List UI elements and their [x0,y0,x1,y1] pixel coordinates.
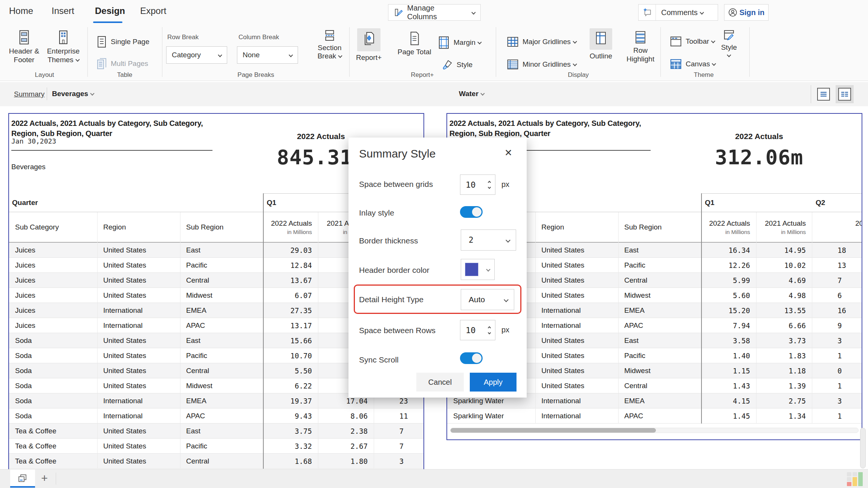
section-break-button[interactable]: Section Break [313,29,346,60]
enterprise-themes-label: Enterprise Themes [43,47,84,64]
header-border-color-picker[interactable] [461,259,495,280]
cell-q1-2021: 17.04 [318,397,374,405]
cell-sub-region: Midwest [618,291,701,300]
minor-gridlines-icon [507,58,519,70]
cell-sub-region: Midwest [180,382,263,390]
stepper-up-icon[interactable] [488,326,491,329]
cell-q1-2021: 1.83 [756,352,812,360]
manage-columns-button[interactable]: Manage Columns [388,4,481,21]
header-footer-button[interactable]: Header & Footer [5,30,43,64]
split-view-button[interactable] [836,85,854,103]
tab-water[interactable]: Water [459,90,484,98]
theme-canvas-button[interactable]: Canvas [670,58,715,70]
detail-height-type-select[interactable]: Auto [461,289,514,310]
multi-pages-button[interactable]: Multi Pages [96,58,148,70]
tab-beverages[interactable]: Beverages [52,90,94,98]
stepper-down-icon[interactable] [488,331,491,334]
cell-q2-2022: 9 [812,321,862,330]
menu-insert[interactable]: Insert [52,6,74,16]
theme-toolbar-button[interactable]: Toolbar [670,36,715,47]
menu-export[interactable]: Export [140,6,166,16]
report-plus-icon [362,31,375,46]
sync-scroll-toggle[interactable] [460,352,483,364]
ribbon-toolbar: Layout Table Page Breaks Report+ Display… [0,24,868,81]
cell-q1-2022: 9.43 [263,412,318,420]
enterprise-themes-button[interactable]: Enterprise Themes [43,30,84,64]
toggle-knob [472,353,481,363]
report-plus-button[interactable]: Report+ [353,28,384,62]
major-gridlines-label: Major Gridlines [523,38,576,46]
cell-q1-2021: 1.34 [756,412,812,420]
single-page-label: Single Page [111,38,149,46]
cell-q1-2022: 1.68 [263,457,318,465]
apply-button[interactable]: Apply [470,373,517,392]
column-separator [756,212,756,424]
chevron-down-icon [90,91,94,95]
row-break-select[interactable]: Category [166,46,227,64]
cell-sub-region: Central [180,367,263,375]
chevron-down-icon [700,10,704,14]
split-view-icon [838,88,851,101]
close-icon[interactable]: ✕ [504,148,512,158]
report-style-button[interactable]: Style [442,59,472,70]
inlay-style-toggle[interactable] [460,206,483,218]
sign-in-button[interactable]: Sign in [724,4,769,21]
comments-label: Comments [661,8,698,17]
cell-q1-2021: 2.75 [756,397,812,405]
space-between-grids-stepper[interactable]: 10 [460,174,495,195]
cell-sub-region: Pacific [180,352,263,360]
dialog-title: Summary Style [359,147,436,160]
cell-q2-2022: 23 [374,397,423,405]
cell-region: United States [535,367,618,375]
chevron-down-icon [712,61,716,66]
comments-button[interactable]: Comments [638,4,718,21]
column-break-select[interactable]: None [237,46,298,64]
minor-gridlines-button[interactable]: Minor Gridlines [507,58,576,70]
column-separator [318,212,318,469]
menu-design[interactable]: Design [95,6,125,16]
single-view-icon [817,88,830,101]
chart-preview-icon[interactable] [847,472,864,486]
space-between-grids-label: Space between grids [359,180,433,189]
cell-sub-category: Juices [9,306,97,315]
add-sheet-button[interactable]: + [38,471,51,485]
row-highlight-button[interactable]: Row Highlight [622,31,659,63]
outline-button[interactable]: Outline [586,28,616,60]
major-gridlines-icon [507,36,519,48]
cell-region: International [535,397,618,405]
scrollbar-thumb[interactable] [451,428,656,433]
single-view-button[interactable] [815,85,833,103]
cell-q1-2022: 5.50 [263,367,318,375]
stepper-up-icon[interactable] [488,181,491,184]
stepper-arrows[interactable] [488,327,491,334]
outline-label: Outline [590,52,612,60]
major-gridlines-button[interactable]: Major Gridlines [507,36,576,48]
menu-home[interactable]: Home [9,6,33,16]
group-separator [349,27,350,77]
add-comment-icon[interactable] [639,5,656,20]
single-page-button[interactable]: Single Page [96,36,149,48]
space-between-rows-stepper[interactable]: 10 [460,320,495,340]
cancel-button[interactable]: Cancel [416,373,464,392]
cell-sub-category: Soda [9,397,97,405]
active-sheet-tab[interactable] [10,470,35,487]
page-total-button[interactable]: Page Total [392,31,437,56]
kpi-block: 2022 Actuals 312.06m [694,132,824,169]
cell-sub-category: Soda [9,367,97,375]
measure-title: 2021 Actuals [765,219,806,228]
cell-q1-2021: 3.73 [756,337,812,345]
horizontal-scrollbar[interactable] [450,428,859,433]
stepper-down-icon[interactable] [488,185,491,188]
stepper-arrows[interactable] [488,181,491,188]
tab-summary[interactable]: Summary [14,90,44,98]
vertical-scrollbar-thumb[interactable] [860,428,866,468]
margin-button[interactable]: Margin [438,36,481,49]
cell-q1-2022: 4.15 [701,397,756,405]
theme-style-button[interactable]: Style [714,29,744,57]
sign-in-label: Sign in [740,8,765,17]
report-date: Jan 30,2023 [11,137,56,145]
column-separator [812,212,812,424]
cell-q2-2022: 7 [374,427,423,435]
cell-region: United States [97,261,180,269]
border-thickness-select[interactable]: 2 [461,229,516,251]
